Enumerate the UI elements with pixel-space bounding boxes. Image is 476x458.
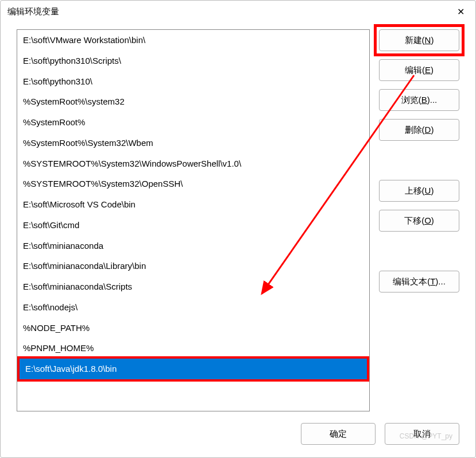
btn-label: 上移(U) (405, 186, 434, 197)
list-item[interactable]: %NODE_PATH% (17, 318, 369, 338)
button-column: 新建(N) 编辑(E) 浏览(B)... 删除(D) 上移(U) 下移(O) 编… (379, 29, 459, 411)
btn-label: 下移(O) (404, 215, 434, 226)
close-icon: ✕ (457, 6, 465, 17)
highlight-annotation: 新建(N) (374, 24, 465, 56)
list-item[interactable]: %SystemRoot%\system32 (17, 91, 369, 112)
btn-label: 编辑(E) (405, 65, 434, 76)
highlight-annotation: E:\soft\Java\jdk1.8.0\bin (17, 356, 369, 382)
list-item-selected[interactable]: E:\soft\Java\jdk1.8.0\bin (20, 359, 367, 379)
spacer (379, 240, 459, 263)
list-item[interactable]: E:\soft\Microsoft VS Code\bin (17, 194, 369, 215)
content-area: E:\soft\VMware Workstation\bin\ E:\soft\… (17, 29, 459, 411)
list-item[interactable]: %SystemRoot% (17, 112, 369, 133)
list-item[interactable]: E:\soft\python310\ (17, 71, 369, 92)
btn-label: 新建(N) (405, 35, 434, 46)
env-var-dialog: 编辑环境变量 ✕ E:\soft\VMware Workstation\bin\… (0, 0, 476, 458)
list-item[interactable]: %SystemRoot%\System32\Wbem (17, 133, 369, 153)
list-item[interactable]: %SYSTEMROOT%\System32\OpenSSH\ (17, 174, 369, 194)
move-down-button[interactable]: 下移(O) (379, 210, 459, 232)
ok-button[interactable]: 确定 (301, 423, 376, 445)
list-item[interactable]: E:\soft\minianaconda\Library\bin (17, 256, 369, 276)
list-item[interactable]: %SYSTEMROOT%\System32\WindowsPowerShell\… (17, 153, 369, 174)
titlebar: 编辑环境变量 ✕ (1, 1, 475, 22)
close-button[interactable]: ✕ (450, 3, 471, 20)
cancel-button[interactable]: 取消 (385, 423, 459, 445)
list-item[interactable]: E:\soft\minianaconda\Scripts (17, 276, 369, 297)
delete-button[interactable]: 删除(D) (379, 119, 459, 141)
list-item[interactable]: E:\soft\VMware Workstation\bin\ (17, 30, 369, 51)
dialog-action-buttons: 确定 取消 (301, 423, 459, 445)
btn-label: 编辑文本(T)... (393, 276, 446, 287)
new-button[interactable]: 新建(N) (379, 29, 459, 51)
edit-button[interactable]: 编辑(E) (379, 59, 459, 81)
btn-label: 浏览(B)... (401, 95, 438, 106)
list-item[interactable]: E:\soft\nodejs\ (17, 297, 369, 318)
edit-text-button[interactable]: 编辑文本(T)... (379, 271, 459, 292)
browse-button[interactable]: 浏览(B)... (379, 89, 459, 111)
dialog-title: 编辑环境变量 (7, 6, 59, 17)
list-item[interactable]: E:\soft\python310\Scripts\ (17, 51, 369, 71)
list-item[interactable]: E:\soft\Git\cmd (17, 215, 369, 236)
spacer (379, 149, 459, 172)
move-up-button[interactable]: 上移(U) (379, 180, 459, 202)
btn-label: 删除(D) (405, 125, 434, 136)
list-item[interactable]: E:\soft\minianaconda (17, 236, 369, 256)
path-listbox[interactable]: E:\soft\VMware Workstation\bin\ E:\soft\… (17, 29, 370, 411)
list-item[interactable]: %PNPM_HOME% (17, 338, 369, 359)
